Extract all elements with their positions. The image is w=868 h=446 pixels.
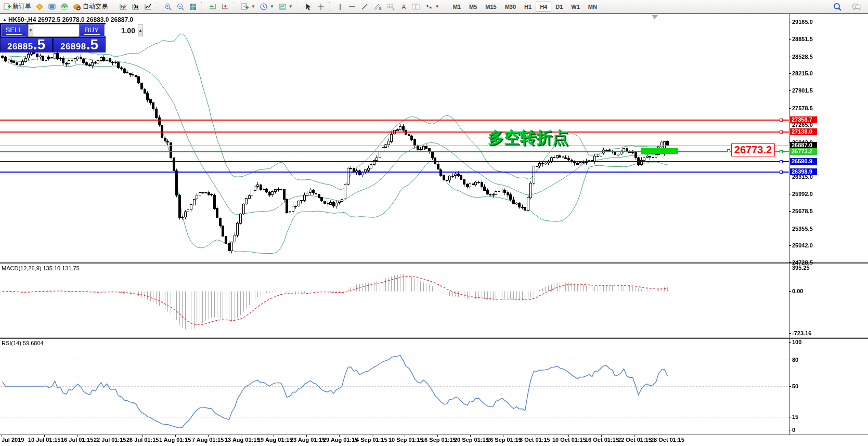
axis-tick-mark: [789, 108, 791, 109]
sell-label: SELL: [6, 26, 22, 34]
axis-tick-mark: [789, 333, 791, 334]
axis-tick-mark: [789, 57, 791, 57]
ask-frac: .5: [86, 38, 98, 51]
pivot-annotation-text[interactable]: 多空转折点: [488, 127, 568, 149]
horizontal-line-27138.0[interactable]: [0, 132, 789, 133]
axis-tick-mark: [789, 430, 791, 430]
price-tag-handle[interactable]: [727, 149, 730, 152]
time-axis-label: 1 Aug 01:15: [159, 437, 191, 443]
panel-collapse-arrow[interactable]: ▲: [3, 17, 7, 22]
time-axis-label: 22 Jul 01:15: [94, 437, 126, 443]
time-axis-tick: [667, 435, 667, 437]
volume-decrease-button[interactable]: ▼: [28, 24, 33, 36]
line-handle[interactable]: [780, 150, 783, 153]
one-click-trading-panel: SELL ▼ ▲ BUY 26885 .5 26898 .5: [0, 23, 106, 53]
axis-tick-label: 0.00: [792, 288, 803, 294]
time-axis-tick: [77, 435, 77, 437]
axis-tick-label: -723.16: [792, 330, 811, 336]
time-axis-label: Jul 2019: [2, 437, 24, 443]
time-axis-tick: [601, 435, 602, 437]
line-handle[interactable]: [780, 130, 783, 134]
pane-separator[interactable]: [0, 264, 868, 264]
chart-canvas[interactable]: [0, 0, 868, 446]
chart-title-ohlc: HK50-,H4 26972.5 26978.0 26883.0 26887.0: [8, 16, 133, 23]
time-axis-label: 10 Oct 01:15: [552, 437, 586, 443]
axis-tick-label: 395.25: [792, 265, 810, 271]
sell-button[interactable]: SELL: [1, 24, 27, 37]
time-axis-tick: [208, 435, 209, 437]
time-axis-tick: [470, 435, 471, 437]
time-axis-tick: [142, 435, 143, 437]
pane-separator[interactable]: [0, 337, 868, 337]
axis-tick-mark: [789, 417, 791, 417]
horizontal-line-26398.9[interactable]: [0, 172, 789, 173]
axis-tick-mark: [789, 125, 791, 125]
buy-underline: [84, 34, 100, 35]
line-handle[interactable]: [780, 119, 783, 122]
axis-tick-mark: [789, 245, 791, 246]
time-axis-label: 23 Aug 01:15: [290, 437, 325, 443]
time-axis-label: 10 Sep 01:15: [388, 437, 423, 443]
price-level-tag-26773.2: 26773.2: [790, 148, 817, 155]
time-axis-tick: [634, 435, 634, 437]
bid-frac: .5: [33, 38, 45, 51]
axis-tick-label: 27901.5: [792, 87, 813, 94]
mt4-window: { "toolbar": { "new_order_label": "新订单",…: [0, 0, 868, 446]
time-axis-label: 22 Oct 01:15: [618, 437, 652, 443]
axis-tick-mark: [789, 291, 791, 292]
time-axis-label: 16 Jul 01:15: [61, 437, 93, 443]
line-handle[interactable]: [780, 160, 783, 163]
time-axis-label: 4 Sep 01:15: [356, 437, 387, 443]
price-tag-annotation[interactable]: 26773.2: [731, 143, 775, 156]
price-axis-line: [789, 14, 789, 435]
time-axis-tick: [536, 435, 536, 437]
pane-separator[interactable]: [0, 338, 868, 339]
axis-tick-label: 29165.0: [792, 19, 813, 25]
current-price-line: [0, 145, 789, 146]
macd-label: MACD(12,26,9) 135.10 131.75: [2, 265, 80, 271]
axis-tick-label: 25042.0: [792, 242, 813, 248]
axis-tick-label: 0: [792, 427, 795, 433]
time-axis-label: 16 Oct 01:15: [585, 437, 619, 443]
axis-tick-mark: [789, 90, 791, 91]
chart-shift-marker[interactable]: [652, 15, 658, 19]
sell-underline: [6, 34, 22, 35]
highlight-rectangle[interactable]: [641, 148, 678, 154]
axis-tick-label: 50: [792, 383, 798, 389]
axis-tick-label: 28851.5: [792, 36, 813, 42]
volume-increase-button[interactable]: ▲: [138, 24, 143, 36]
buy-label: BUY: [85, 26, 99, 34]
time-axis-border: [0, 435, 868, 435]
axis-tick-mark: [789, 194, 791, 194]
time-axis-tick: [372, 435, 372, 437]
horizontal-line-26590.9[interactable]: [0, 161, 789, 162]
axis-tick-mark: [789, 229, 791, 229]
time-axis-label: 29 Aug 01:15: [323, 437, 358, 443]
horizontal-line-27358.7[interactable]: [0, 120, 789, 121]
ask-price-display[interactable]: 26898 .5: [54, 38, 105, 53]
axis-tick-label: 25678.5: [792, 208, 813, 214]
bid-price-display[interactable]: 26885 .5: [1, 38, 52, 53]
time-axis-tick: [339, 435, 340, 437]
time-axis-tick: [437, 435, 438, 437]
ask-main: 26898: [60, 42, 86, 52]
axis-tick-mark: [789, 211, 791, 212]
pane-separator[interactable]: [0, 262, 868, 263]
axis-tick-mark: [789, 386, 791, 387]
price-level-tag-27358.7: 27358.7: [790, 116, 817, 123]
axis-tick-label: 28528.5: [792, 54, 813, 60]
time-axis-tick: [405, 435, 405, 437]
bid-main: 26885: [7, 42, 33, 52]
time-axis-tick: [241, 435, 241, 437]
time-axis-label: 28 Oct 01:15: [651, 437, 684, 443]
time-axis-tick: [274, 435, 274, 437]
price-level-tag-27138.0: 27138.0: [790, 128, 817, 135]
axis-tick-mark: [789, 342, 791, 343]
time-axis-tick: [306, 435, 307, 437]
time-axis-label: 3 Oct 01:15: [520, 437, 550, 443]
time-axis-tick: [503, 435, 503, 437]
axis-tick-label: 28215.0: [792, 70, 813, 76]
rsi-label: RSI(14) 59.6804: [2, 340, 44, 346]
buy-button[interactable]: BUY: [79, 24, 105, 37]
line-handle[interactable]: [780, 170, 783, 174]
